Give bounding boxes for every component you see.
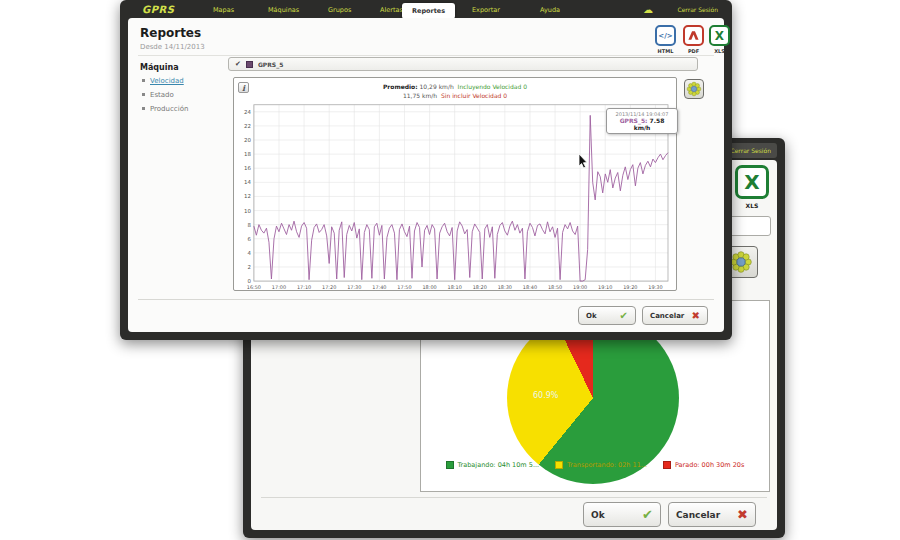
ok-label: Ok [591,510,605,520]
cancel-label: Cancelar [650,312,684,320]
html-export-button[interactable]: </> [655,25,676,46]
avg-excluding-note: Sin incluir Velocidad 0 [441,92,507,99]
line-chart-box: i Promedio: 10,29 km/h Incluyendo Veloci… [233,77,677,291]
cancel-button[interactable]: Cancelar ✖ [642,306,708,325]
checkbox-check-icon: ✔ [235,60,241,68]
nav-item[interactable]: Exportar [472,6,500,14]
chart-average-header: Promedio: 10,29 km/h Incluyendo Velocida… [234,82,676,100]
logout-link[interactable]: Cerrar Sesión [730,147,771,154]
pie-legend: Trabajando: 04h 10m 5...Transportando: 0… [421,461,769,469]
promedio-label: Promedio: [383,83,418,90]
chart-tooltip: 2013/11/14 19:04:07 GPRS_5: 7.58 km/h [606,108,678,134]
y-tick-label: 18 [244,151,251,157]
legend-swatch [446,461,454,469]
y-tick-label: 6 [247,236,251,242]
pdf-export-button[interactable] [683,25,704,46]
y-tick-label: 4 [247,250,251,256]
cross-icon: ✖ [692,310,700,321]
y-tick-label: 12 [244,193,251,199]
y-tick-label: 22 [244,123,251,129]
legend-item-trabajando: Trabajando: 04h 10m 5... [446,461,540,469]
machine-checkbox-row[interactable]: ✔ GPRS_5 [228,57,698,71]
y-tick-label: 2 [247,264,250,270]
y-tick-label: 8 [247,222,251,228]
x-tick-label: 17:20 [322,284,336,290]
xls-export-button[interactable]: X [709,25,730,46]
legend-item-parado: Parado: 00h 30m 20s [663,461,744,469]
divider [138,55,714,56]
x-tick-label: 17:10 [297,284,311,290]
ok-label: Ok [586,312,597,320]
tab-reportes[interactable]: Reportes [402,3,455,19]
gear-icon [729,250,753,274]
check-icon: ✔ [620,310,628,321]
x-tick-label: 17:50 [397,284,411,290]
nav-item[interactable]: Mapas [213,6,234,14]
y-tick-label: 14 [244,179,251,185]
cross-icon: ✖ [737,507,748,522]
sidebar-title: Máquina [140,63,179,72]
ok-button[interactable]: Ok ✔ [583,502,661,527]
machine-name-label: GPRS_5 [258,61,283,68]
avg-excluding-zero: 11,75 km/h [403,92,437,99]
nav-item[interactable]: Alertas [380,6,403,14]
xls-export-button[interactable]: X [735,165,769,199]
legend-swatch [663,461,671,469]
x-tick-label: 19:00 [573,284,587,290]
nav-item[interactable]: Grupos [328,6,351,14]
report-window-velocidad: GPRS MapasMáquinasGruposAlertas Reportes… [120,0,732,340]
logout-link[interactable]: Cerrar Sesión [677,6,718,13]
pie-slice-percentage: 60.9% [533,391,558,400]
report-panel: Reportes Desde 14/11/2013 </> HTML PDF X… [128,18,724,332]
main-nav-bar: GPRS MapasMáquinasGruposAlertas Reportes… [128,2,724,18]
mouse-cursor [578,154,588,169]
ok-button[interactable]: Ok ✔ [578,306,636,325]
y-tick-label: 24 [244,109,251,115]
y-tick-label: 20 [244,137,251,143]
xls-export-label: XLS [735,202,769,209]
x-tick-label: 18:50 [548,284,562,290]
tooltip-series: GPRS_5: [620,117,648,124]
x-tick-label: 18:30 [498,284,512,290]
xls-export-label: XLS [709,48,730,54]
desktop: Cerrar Sesión X XLS 60.9% Trabajando: 04… [0,0,900,540]
legend-label: Parado: 00h 30m 20s [675,461,744,469]
cancel-button[interactable]: Cancelar ✖ [668,502,756,527]
pdf-icon [687,29,700,42]
x-tick-label: 17:00 [272,284,286,290]
legend-swatch [555,461,563,469]
legend-label: Transportando: 02h 11... [567,461,647,469]
y-tick-label: 16 [244,165,251,171]
nav-item[interactable]: Ayuda [540,6,560,14]
x-tick-label: 18:10 [448,284,462,290]
x-tick-label: 19:30 [648,284,662,290]
x-tick-label: 19:20 [623,284,637,290]
y-tick-label: 10 [244,208,251,214]
settings-gear-button[interactable] [684,79,704,99]
check-icon: ✔ [642,507,653,522]
html-export-label: HTML [655,48,676,54]
legend-item-transportando: Transportando: 02h 11... [555,461,647,469]
page-title: Reportes [140,26,201,40]
app-logo: GPRS [142,4,174,15]
x-tick-label: 18:00 [422,284,436,290]
series-color-swatch [246,61,253,68]
avg-including-note: Incluyendo Velocidad 0 [458,83,527,90]
legend-label: Trabajando: 04h 10m 5... [458,461,540,469]
nav-item[interactable]: Máquinas [268,6,299,14]
cloud-icon[interactable]: ☁ [643,3,653,17]
x-tick-label: 18:20 [473,284,487,290]
x-tick-label: 18:40 [523,284,537,290]
avg-including-zero: 10,29 km/h [420,83,454,90]
x-tick-label: 19:10 [598,284,612,290]
sidebar-item-estado[interactable]: Estado [150,91,174,99]
divider [261,497,767,498]
x-tick-label: 16:50 [247,284,261,290]
gear-icon [686,81,702,97]
x-tick-label: 17:30 [347,284,361,290]
cancel-label: Cancelar [676,510,720,520]
date-range-label: Desde 14/11/2013 [140,43,205,51]
sidebar-item-velocidad[interactable]: Velocidad [150,77,184,85]
sidebar-item-producción[interactable]: Producción [150,105,188,113]
pdf-export-label: PDF [683,48,704,54]
